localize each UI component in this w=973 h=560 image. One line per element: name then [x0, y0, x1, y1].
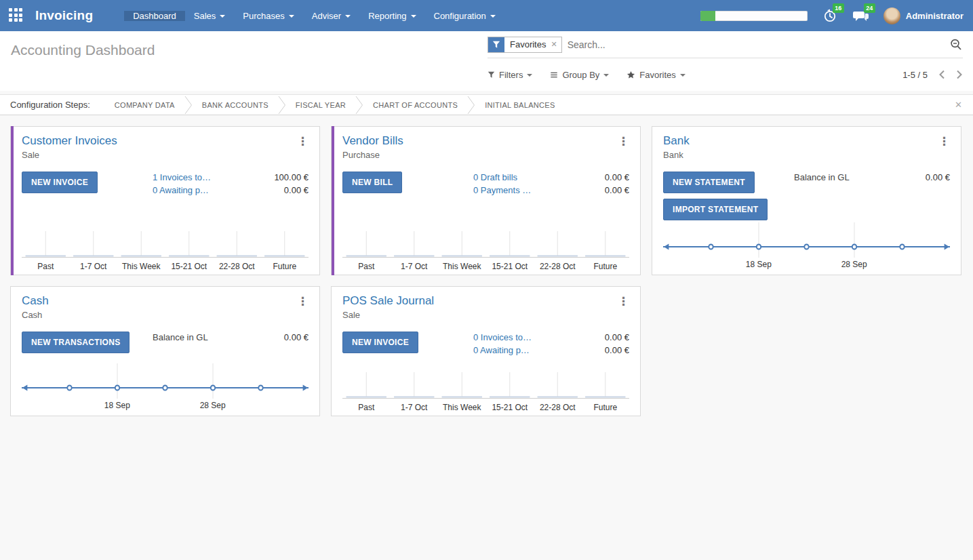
card-cash: Cash ⋮ Cash NEW TRANSACTIONS Balance in … — [10, 286, 320, 416]
step-company-data[interactable]: COMPANY DATA — [105, 101, 184, 109]
card-vendor-bills: Vendor Bills ⋮ Purchase NEW BILL 0 Draft… — [331, 126, 641, 275]
app-name[interactable]: Invoicing — [35, 8, 93, 23]
card-subtitle: Cash — [22, 310, 309, 320]
caret-down-icon — [527, 74, 532, 77]
messages-badge: 24 — [864, 3, 875, 13]
page-title: Accounting Dashboard — [11, 42, 477, 58]
facet-label: Favorites — [504, 37, 551, 52]
new-statement-button[interactable]: NEW STATEMENT — [663, 172, 755, 193]
caret-down-icon — [490, 15, 496, 18]
chart-x-axis-labels: Past 1-7 Oct This Week 15-21 Oct 22-28 O… — [342, 258, 629, 275]
payments-link[interactable]: 0 Payments … — [473, 184, 531, 197]
chart-x-axis-labels: 18 Sep 28 Sep — [663, 258, 950, 275]
sparkline-line-chart: 18 Sep 28 Sep — [22, 363, 309, 416]
sparkline-bar-chart: Past 1-7 Oct This Week 15-21 Oct 22-28 O… — [342, 223, 629, 275]
card-title[interactable]: Vendor Bills — [342, 134, 403, 148]
control-panel: Accounting Dashboard Favorites ✕ — [0, 31, 973, 91]
avatar — [883, 7, 900, 24]
card-pos-sale-journal: POS Sale Journal ⋮ Sale NEW INVOICE 0 In… — [331, 286, 641, 416]
top-navbar: Invoicing Dashboard Sales Purchases Advi… — [0, 0, 973, 31]
facet-remove-icon[interactable]: ✕ — [551, 37, 561, 52]
new-invoice-button[interactable]: NEW INVOICE — [22, 172, 98, 193]
amount: 0.00 € — [605, 172, 629, 184]
search-bar: Favorites ✕ — [488, 31, 963, 58]
pager-next-icon[interactable] — [956, 70, 963, 79]
kebab-menu-icon[interactable]: ⋮ — [615, 134, 632, 148]
chart-x-axis-labels: Past 1-7 Oct This Week 15-21 Oct 22-28 O… — [22, 258, 309, 275]
kebab-menu-icon[interactable]: ⋮ — [936, 134, 953, 148]
favorites-button[interactable]: Favorites — [627, 70, 685, 80]
card-title[interactable]: Customer Invoices — [22, 134, 117, 148]
step-chart-of-accounts[interactable]: CHART OF ACCOUNTS — [363, 101, 467, 109]
funnel-icon — [488, 71, 495, 79]
activities-badge: 16 — [833, 3, 844, 13]
draft-bills-link[interactable]: 0 Draft bills — [473, 172, 517, 184]
menu-dashboard[interactable]: Dashboard — [124, 11, 185, 21]
menu-configuration[interactable]: Configuration — [425, 11, 504, 21]
chevron-separator-icon — [355, 96, 363, 115]
awaiting-payments-link[interactable]: 0 Awaiting p… — [473, 344, 530, 357]
messages-chat-icon[interactable]: 24 — [852, 7, 870, 24]
sparkline-bar-chart: Past 1-7 Oct This Week 15-21 Oct 22-28 O… — [342, 364, 629, 416]
sparkline-bar-chart: Past 1-7 Oct This Week 15-21 Oct 22-28 O… — [22, 223, 309, 275]
chevron-separator-icon — [467, 96, 475, 115]
search-input[interactable] — [568, 39, 944, 50]
chart-x-axis-labels: Past 1-7 Oct This Week 15-21 Oct 22-28 O… — [342, 399, 629, 416]
apps-grid-icon[interactable] — [9, 8, 24, 23]
close-icon[interactable]: ✕ — [955, 100, 962, 110]
user-menu[interactable]: Administrator — [883, 7, 964, 24]
config-steps-label: Configuration Steps: — [10, 100, 90, 110]
step-initial-balances[interactable]: INITIAL BALANCES — [475, 101, 564, 109]
main-menus: Dashboard Sales Purchases Adviser Report… — [124, 11, 504, 21]
chart-x-axis-labels: 18 Sep 28 Sep — [22, 399, 309, 416]
chevron-separator-icon — [278, 96, 286, 115]
invoices-to-validate-link[interactable]: 1 Invoices to… — [153, 172, 211, 184]
kebab-menu-icon[interactable]: ⋮ — [294, 134, 311, 148]
kebab-menu-icon[interactable]: ⋮ — [294, 294, 311, 308]
import-statement-button[interactable]: IMPORT STATEMENT — [663, 199, 768, 220]
step-bank-accounts[interactable]: BANK ACCOUNTS — [193, 101, 278, 109]
pager-previous-icon[interactable] — [938, 70, 945, 79]
chevron-separator-icon — [184, 96, 193, 115]
planner-progress-bar[interactable] — [700, 11, 808, 21]
search-facet-favorites: Favorites ✕ — [488, 37, 562, 53]
star-icon — [627, 71, 635, 79]
balance-in-gl-label: Balance in GL — [794, 172, 850, 184]
caret-down-icon — [680, 74, 686, 77]
new-bill-button[interactable]: NEW BILL — [342, 172, 402, 193]
new-transactions-button[interactable]: NEW TRANSACTIONS — [22, 332, 130, 353]
card-subtitle: Sale — [22, 150, 309, 160]
card-title[interactable]: Cash — [22, 294, 49, 308]
invoices-to-validate-link[interactable]: 0 Invoices to… — [473, 332, 532, 344]
pager-range[interactable]: 1-5 / 5 — [902, 70, 928, 80]
caret-down-icon — [289, 15, 294, 18]
pager: 1-5 / 5 — [902, 70, 963, 80]
filter-funnel-icon — [488, 37, 504, 52]
card-title[interactable]: Bank — [663, 134, 690, 148]
group-by-button[interactable]: Group By — [550, 70, 609, 80]
caret-down-icon — [220, 15, 225, 18]
menu-sales[interactable]: Sales — [185, 11, 235, 21]
balance-in-gl-label: Balance in GL — [153, 332, 208, 344]
menu-reporting[interactable]: Reporting — [359, 11, 424, 21]
search-magnifier-icon[interactable] — [949, 38, 963, 52]
awaiting-payments-link[interactable]: 0 Awaiting p… — [153, 184, 209, 197]
menu-adviser[interactable]: Adviser — [303, 11, 359, 21]
amount: 0.00 € — [284, 332, 309, 344]
step-fiscal-year[interactable]: FISCAL YEAR — [286, 101, 355, 109]
new-invoice-button[interactable]: NEW INVOICE — [342, 332, 418, 353]
activities-clock-icon[interactable]: 16 — [821, 7, 839, 24]
filters-button[interactable]: Filters — [488, 70, 532, 80]
breadcrumb: Accounting Dashboard — [0, 31, 488, 91]
card-title[interactable]: POS Sale Journal — [342, 294, 434, 308]
user-name: Administrator — [906, 11, 964, 21]
amount: 0.00 € — [926, 172, 950, 184]
menu-purchases[interactable]: Purchases — [234, 11, 302, 21]
search-panel: Favorites ✕ Filters — [488, 31, 973, 91]
configuration-steps-bar: Configuration Steps: COMPANY DATA BANK A… — [0, 94, 973, 115]
kebab-menu-icon[interactable]: ⋮ — [615, 294, 632, 308]
nav-right: 16 24 Administrator — [700, 0, 973, 31]
amount: 0.00 € — [284, 184, 309, 197]
caret-down-icon — [603, 74, 609, 77]
amount: 0.00 € — [605, 332, 629, 344]
